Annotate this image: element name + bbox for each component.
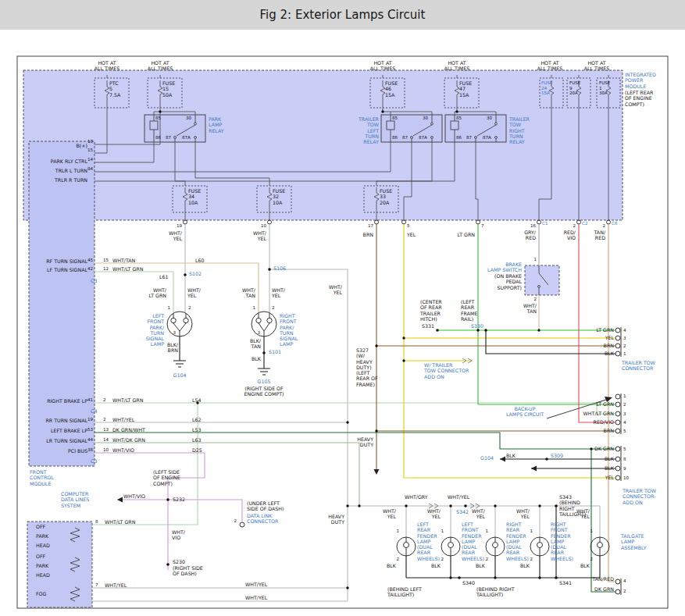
wire-label: LT GRN	[597, 401, 614, 407]
wire-label: RED/ VIO	[564, 230, 576, 241]
connector-c4: C4	[91, 408, 97, 414]
splice-s327-block: S327(W/ HEAVY DUTY)(LEFT REAR OF FRAME)	[356, 347, 378, 387]
wire-label: RED/VIO	[594, 419, 614, 425]
switch-pos-park: PARK	[36, 563, 48, 568]
relay-pin-87: 87	[466, 135, 472, 140]
wire-label: BRN	[604, 343, 614, 348]
black-wires	[173, 330, 615, 578]
wire-label: BLK	[431, 563, 441, 568]
relay-pin-87a: 87A	[182, 135, 191, 140]
location-note: (BEHIND RIGHT TAILLIGHT)	[476, 586, 515, 598]
relay-pin-30: 30	[423, 116, 428, 120]
wire-label: WHT/ YEL	[272, 287, 285, 299]
trailer-tow-connector-label: TRAILER TOW CONNECTOR	[622, 360, 655, 372]
switch-pos-fog: FOG	[36, 591, 46, 596]
conn-pin: 4	[623, 420, 626, 425]
left-front-lamp-label: LEFT FRONT PARK/ TURN SIGNAL LAMP	[146, 313, 164, 347]
relay-pin-86: 86	[155, 135, 161, 140]
park-lamp-relay-label: PARK LAMP RELAY	[209, 116, 224, 134]
circuit-code: L60	[195, 258, 205, 263]
fcm-row-lf-turn: LF TURN SIGNAL	[47, 267, 87, 272]
fuse-15: FUSE1550A	[162, 80, 175, 98]
fcm-title: FRONT CONTROL MODULE	[30, 469, 54, 486]
wire-label: WHT/ YEL	[576, 508, 590, 520]
fcm-row-trlr-l: TRLR L TURN	[55, 168, 87, 173]
fuse-32: FUSE3210A	[273, 188, 285, 205]
conn-pin: 2	[623, 402, 626, 407]
circuit-code: L63	[192, 437, 202, 443]
trailer-tow-addon-note: W/ TRAILER TOW CONNECTOR ADD ON	[424, 362, 469, 379]
wire-label: BLK/ TAN	[250, 338, 261, 350]
switch-pos-head: HEAD	[36, 543, 50, 548]
trailer-tow-left-relay-label: TRAILER TOW LEFT TURN RELAY	[359, 116, 379, 144]
splice-s102: S102	[189, 271, 202, 276]
ground-g105-location: (RIGHT SIDE OF ENGINE COMPT)	[244, 386, 284, 397]
splice-s330-location: (LEFT REAR FRAME RAIL)	[461, 299, 477, 322]
dlc-location: (UNDER LEFT SIDE OF DASH)	[247, 500, 284, 512]
exit-pin: 7	[481, 223, 484, 228]
fcm-row-park-rly: PARK RLY CTRL	[51, 158, 87, 164]
backup-lamps-note: BACK-UP LAMPS CIRCUIT	[506, 406, 544, 418]
relay-pin-86: 86	[456, 135, 462, 140]
wire-label: WHT/ YEL	[383, 508, 396, 520]
wire-label: WHT/ VIO	[172, 529, 185, 541]
circuit-code: L61	[159, 274, 169, 280]
wire-label: YEL	[605, 335, 614, 340]
splice-s331-location: (CENTER OF REAR TRAILER HITCH)	[420, 299, 442, 322]
conn-pin: 9	[623, 466, 626, 471]
wire-label: YEL	[605, 475, 614, 480]
figure-title: Fig 2: Exterior Lamps Circuit	[260, 8, 426, 22]
fcm-row-bplus: B(+)	[76, 143, 87, 148]
trailer-tow-right-relay-label: TRAILER TOW RIGHT TURN RELAY	[509, 116, 530, 144]
inline-connector-chevrons	[429, 358, 480, 508]
figure-title-bar: Fig 2: Exterior Lamps Circuit	[0, 0, 685, 30]
conn-pin: 10	[623, 475, 629, 480]
conn-pin: 1	[623, 351, 626, 356]
switch-pos-head: HEAD	[36, 572, 50, 578]
circuit-code: D25	[192, 447, 202, 453]
wire-label: DK GRN/WHT	[112, 427, 145, 433]
wire-label: WHT/YEL	[245, 582, 267, 587]
fuse-33: FUSE3320A	[380, 188, 392, 205]
wire-label: DK GRN	[594, 446, 614, 451]
exit-pin: 5	[407, 223, 410, 228]
fcm-pin: 94	[87, 166, 93, 171]
splice-s106: S106	[273, 265, 286, 271]
splice-s331: S331	[422, 323, 434, 329]
ipm-location: (LEFT REAR OF ENGINE COMPT)	[625, 90, 653, 107]
wire-label: WHT/ YEL	[472, 508, 485, 520]
splice-s230-location: (RIGHT SIDE OF DASH)	[173, 565, 203, 577]
conn-pin: 2	[623, 589, 626, 593]
splice-s309: S309	[551, 453, 563, 458]
switch-pos-park: PARK	[36, 533, 48, 539]
lamp-pin: 1	[441, 529, 444, 533]
wire-label: WHT/ YEL	[253, 230, 266, 242]
fcm-row-rf-turn: RF TURN SIGNAL	[46, 258, 87, 264]
data-link-connector-label: DATA LINK CONNECTOR	[247, 513, 278, 525]
fcm-row-rr-turn: RR TURN SIGNAL	[45, 418, 87, 423]
fuse-24: FUSE2415A	[541, 80, 552, 96]
wire-label: BLK	[252, 356, 261, 361]
conn-pin: 5	[623, 447, 626, 451]
lamp-pin: 1	[396, 529, 399, 533]
rear-lamp-label: LEFT FRONT FENDER LAMP (DUAL REAR WHEELS…	[462, 522, 484, 561]
conn-pin: 12	[103, 266, 109, 271]
circuit-code: L53	[192, 427, 202, 433]
fcm-row-lr-turn: LR TURN SIGNAL	[46, 438, 87, 443]
brake-switch-label: BRAKE LAMP SWITCH	[487, 262, 522, 273]
splice-s101: S101	[269, 349, 281, 354]
wire-label: LT GRN	[597, 327, 614, 333]
wire-label: WHT/VIO	[112, 447, 134, 453]
splice-s330: S330	[471, 323, 483, 329]
conn-pin: 15	[103, 258, 109, 262]
heavy-duty-note: HEAVY DUTY	[357, 436, 373, 448]
lamp-pin: 1	[530, 529, 533, 533]
splice-s342: S342	[456, 509, 469, 515]
wire-label: BLK	[520, 563, 530, 568]
fuse-34: FUSE3410A	[188, 188, 201, 205]
exit-pin: 10	[261, 223, 266, 228]
ground-g105: G105	[258, 379, 271, 384]
rear-lamp-label: RIGHT FRONT FENDER LAMP (DUAL REAR WHEEL…	[551, 522, 573, 561]
conn-pin: 2	[623, 344, 626, 348]
wire-label: LT GRN	[458, 232, 475, 237]
